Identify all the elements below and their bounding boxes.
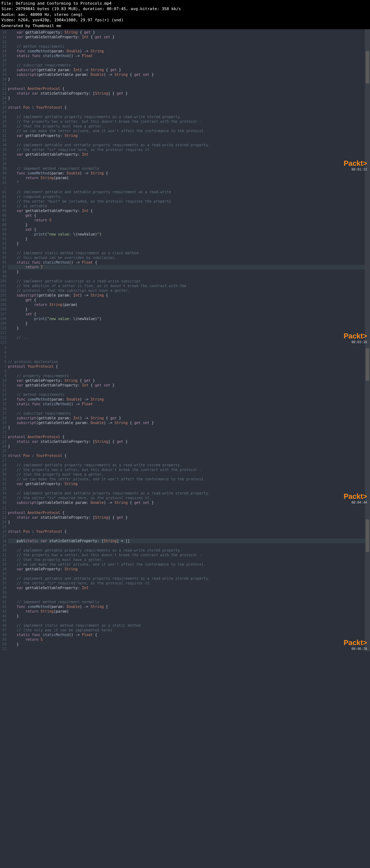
code-editor[interactable]: 3456789101112131415161718192021222324252…: [0, 345, 370, 505]
source-code[interactable]: var gettableProperty: String { get } var…: [8, 30, 370, 345]
code-editor[interactable]: 1011121314151617181920212223242526272829…: [0, 29, 370, 345]
scrollbar[interactable]: [365, 505, 370, 651]
packt-watermark: Packt> 00:03:16: [344, 332, 367, 344]
packt-watermark: Packt> 00:01:33: [344, 159, 367, 171]
timestamp: 00:03:16: [344, 340, 367, 344]
timestamp: 00:04:44: [344, 501, 367, 504]
scrollbar[interactable]: [365, 345, 370, 505]
source-code[interactable]: // protocol declerationprotocol YourProt…: [8, 345, 370, 505]
packt-watermark: Packt> 00:06:20: [344, 639, 367, 651]
file-label: File: Defining and Conforming to Protoco…: [1, 1, 369, 6]
file-info-header: File: Defining and Conforming to Protoco…: [0, 0, 370, 29]
scrollbar[interactable]: [365, 29, 370, 345]
size-label: Size: 20794841 bytes (19.83 MiB), durati…: [1, 6, 369, 12]
thumbnail-pane-2: 3456789101112131415161718192021222324252…: [0, 345, 370, 505]
audio-label: Audio: aac, 48000 Hz, stereo (eng): [1, 12, 369, 17]
timestamp: 00:06:20: [344, 647, 367, 651]
code-editor[interactable]: 2122232425262728293031323334353637383940…: [0, 505, 370, 651]
video-label: Video: h264, yuv420p, 1904x1080, 29.97 f…: [1, 17, 369, 23]
line-gutter: 1011121314151617181920212223242526272829…: [0, 30, 8, 345]
line-gutter: 2122232425262728293031323334353637383940…: [0, 506, 8, 651]
line-gutter: 3456789101112131415161718192021222324252…: [0, 345, 8, 505]
source-code[interactable]: protocol AnotherProtocol { static var st…: [8, 506, 370, 651]
thumbnail-pane-1: 1011121314151617181920212223242526272829…: [0, 29, 370, 345]
generator-label: Generated by Thumbnail me: [1, 23, 369, 29]
thumbnail-pane-3: 2122232425262728293031323334353637383940…: [0, 505, 370, 651]
timestamp: 00:01:33: [344, 168, 367, 171]
packt-watermark: Packt> 00:04:44: [344, 492, 367, 504]
